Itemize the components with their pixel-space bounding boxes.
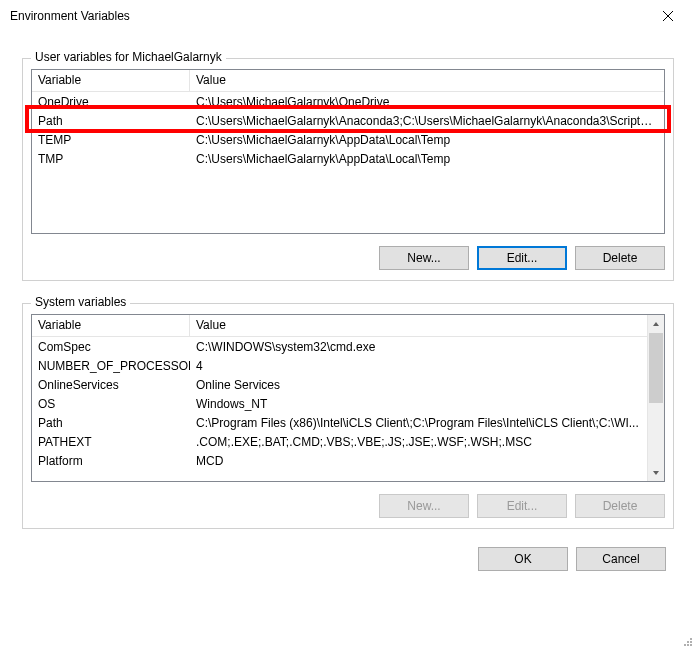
user-variables-list[interactable]: Variable Value OneDrive C:\Users\Michael… xyxy=(31,69,665,234)
svg-marker-2 xyxy=(653,322,659,326)
table-row[interactable]: OS Windows_NT xyxy=(32,394,647,413)
table-row[interactable]: PATHEXT .COM;.EXE;.BAT;.CMD;.VBS;.VBE;.J… xyxy=(32,432,647,451)
table-row[interactable]: Platform MCD xyxy=(32,451,647,470)
env-vars-dialog: Environment Variables User variables for… xyxy=(0,0,696,650)
svg-rect-7 xyxy=(684,644,686,646)
system-variables-list[interactable]: Variable Value ComSpec C:\WINDOWS\system… xyxy=(31,314,665,482)
table-row[interactable]: Path C:\Program Files (x86)\Intel\iCLS C… xyxy=(32,413,647,432)
table-row[interactable]: TEMP C:\Users\MichaelGalarnyk\AppData\Lo… xyxy=(32,130,664,149)
list-header: Variable Value xyxy=(32,315,647,337)
scroll-down-icon[interactable] xyxy=(648,464,664,481)
col-header-value[interactable]: Value xyxy=(190,315,647,336)
system-group-legend: System variables xyxy=(31,295,130,309)
table-row[interactable]: NUMBER_OF_PROCESSORS 4 xyxy=(32,356,647,375)
cancel-button[interactable]: Cancel xyxy=(576,547,666,571)
col-header-variable[interactable]: Variable xyxy=(32,315,190,336)
user-group-legend: User variables for MichaelGalarnyk xyxy=(31,50,226,64)
svg-rect-8 xyxy=(687,644,689,646)
system-delete-button[interactable]: Delete xyxy=(575,494,665,518)
table-row[interactable]: ComSpec C:\WINDOWS\system32\cmd.exe xyxy=(32,337,647,356)
titlebar: Environment Variables xyxy=(0,0,696,32)
scroll-up-icon[interactable] xyxy=(648,315,664,332)
svg-marker-3 xyxy=(653,471,659,475)
scroll-thumb[interactable] xyxy=(649,333,663,403)
system-edit-button[interactable]: Edit... xyxy=(477,494,567,518)
ok-button[interactable]: OK xyxy=(478,547,568,571)
svg-rect-9 xyxy=(690,644,692,646)
table-row[interactable]: OneDrive C:\Users\MichaelGalarnyk\OneDri… xyxy=(32,92,664,111)
table-row[interactable]: TMP C:\Users\MichaelGalarnyk\AppData\Loc… xyxy=(32,149,664,168)
list-header: Variable Value xyxy=(32,70,664,92)
user-variables-group: User variables for MichaelGalarnyk Varia… xyxy=(22,58,674,281)
table-row[interactable]: Path C:\Users\MichaelGalarnyk\Anaconda3;… xyxy=(32,111,664,130)
window-title: Environment Variables xyxy=(10,9,646,23)
user-new-button[interactable]: New... xyxy=(379,246,469,270)
col-header-value[interactable]: Value xyxy=(190,70,664,91)
col-header-variable[interactable]: Variable xyxy=(32,70,190,91)
svg-rect-5 xyxy=(687,641,689,643)
system-new-button[interactable]: New... xyxy=(379,494,469,518)
scrollbar-vertical[interactable] xyxy=(647,315,664,481)
svg-rect-6 xyxy=(690,641,692,643)
svg-rect-4 xyxy=(690,638,692,640)
user-delete-button[interactable]: Delete xyxy=(575,246,665,270)
resize-grip-icon[interactable] xyxy=(680,634,694,648)
user-edit-button[interactable]: Edit... xyxy=(477,246,567,270)
table-row[interactable]: OnlineServices Online Services xyxy=(32,375,647,394)
system-variables-group: System variables Variable Value ComSpec … xyxy=(22,303,674,529)
close-button[interactable] xyxy=(646,1,690,31)
